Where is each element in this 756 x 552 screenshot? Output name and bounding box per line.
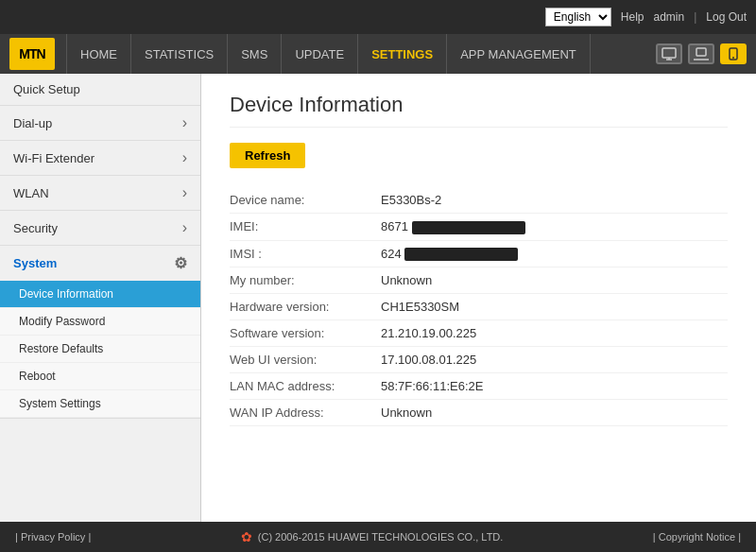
sidebar-item-quick-setup[interactable]: Quick Setup bbox=[0, 74, 200, 105]
redacted-value bbox=[404, 248, 518, 261]
logo: MTN bbox=[9, 38, 55, 70]
nav-home[interactable]: HOME bbox=[66, 34, 131, 74]
info-row: Device name:E5330Bs-2 bbox=[230, 187, 728, 214]
logo-text: MTN bbox=[19, 46, 44, 61]
info-value: 624 bbox=[381, 247, 728, 262]
sidebar-sub-modify-password[interactable]: Modify Password bbox=[0, 308, 200, 336]
nav-settings[interactable]: SETTINGS bbox=[358, 34, 447, 74]
sidebar-item-dialup[interactable]: Dial-up bbox=[0, 106, 200, 140]
sidebar-section-security: Security bbox=[0, 211, 200, 246]
navbar: MTN HOME STATISTICS SMS UPDATE SETTINGS … bbox=[0, 34, 756, 74]
admin-label: admin bbox=[653, 10, 684, 24]
info-value: Unknown bbox=[381, 405, 728, 420]
info-label: IMSI : bbox=[230, 247, 381, 262]
footer-center: ✿ (C) 2006-2015 HUAWEI TECHNOLOGIES CO.,… bbox=[241, 529, 504, 544]
info-value: CH1E5330SM bbox=[381, 300, 728, 314]
nav-items: HOME STATISTICS SMS UPDATE SETTINGS APP … bbox=[66, 34, 591, 74]
info-value: 8671 bbox=[381, 219, 728, 234]
nav-update[interactable]: UPDATE bbox=[282, 34, 358, 74]
info-row: Software version:21.210.19.00.225 bbox=[230, 320, 728, 347]
info-row: My number:Unknown bbox=[230, 267, 728, 294]
info-label: Web UI version: bbox=[230, 353, 381, 367]
info-label: IMEI: bbox=[230, 219, 381, 234]
sidebar-section-wifi-extender: Wi-Fi Extender bbox=[0, 141, 200, 176]
logout-link[interactable]: Log Out bbox=[706, 10, 747, 24]
system-expand-icon: ⚙ bbox=[174, 254, 187, 272]
header-right: English Help admin | Log Out bbox=[545, 8, 747, 26]
nav-sms[interactable]: SMS bbox=[228, 34, 282, 74]
info-value: 58:7F:66:11:E6:2E bbox=[381, 379, 728, 393]
footer: | Privacy Policy | ✿ (C) 2006-2015 HUAWE… bbox=[0, 522, 756, 552]
info-row: Web UI version:17.100.08.01.225 bbox=[230, 347, 728, 373]
device-icon-monitor[interactable] bbox=[656, 43, 682, 64]
sidebar: Quick Setup Dial-up Wi-Fi Extender WLAN … bbox=[0, 74, 201, 522]
info-value: 21.210.19.00.225 bbox=[381, 326, 728, 340]
device-icon-mobile[interactable] bbox=[720, 43, 747, 64]
sidebar-item-system[interactable]: System ⚙ bbox=[0, 246, 200, 281]
info-label: LAN MAC address: bbox=[230, 379, 381, 393]
info-row: IMEI:8671 bbox=[230, 214, 728, 241]
info-label: My number: bbox=[230, 273, 381, 287]
sidebar-item-wlan[interactable]: WLAN bbox=[0, 176, 200, 210]
info-value: Unknown bbox=[381, 273, 728, 287]
sidebar-sub-restore-defaults[interactable]: Restore Defaults bbox=[0, 336, 200, 363]
info-value: 17.100.08.01.225 bbox=[381, 353, 728, 367]
device-icons bbox=[656, 43, 747, 64]
nav-statistics[interactable]: STATISTICS bbox=[131, 34, 228, 74]
svg-rect-0 bbox=[662, 48, 676, 58]
page-title: Device Information bbox=[230, 93, 728, 128]
device-icon-laptop[interactable] bbox=[688, 43, 714, 64]
redacted-value bbox=[412, 221, 525, 234]
sidebar-sub-device-information[interactable]: Device Information bbox=[0, 281, 200, 308]
copyright-notice-link[interactable]: | Copyright Notice | bbox=[653, 531, 741, 543]
info-label: WAN IP Address: bbox=[230, 405, 381, 420]
sidebar-section-wlan: WLAN bbox=[0, 176, 200, 211]
system-label: System bbox=[13, 256, 57, 270]
copyright-text: (C) 2006-2015 HUAWEI TECHNOLOGIES CO., L… bbox=[258, 531, 504, 543]
sidebar-item-security[interactable]: Security bbox=[0, 211, 200, 245]
language-select[interactable]: English bbox=[545, 8, 611, 26]
info-value: E5330Bs-2 bbox=[381, 193, 728, 207]
info-label: Device name: bbox=[230, 193, 381, 207]
sidebar-sub-menu: Device Information Modify Password Resto… bbox=[0, 281, 200, 418]
info-row: LAN MAC address:58:7F:66:11:E6:2E bbox=[230, 373, 728, 400]
sidebar-sub-reboot[interactable]: Reboot bbox=[0, 363, 200, 390]
info-table: Device name:E5330Bs-2IMEI:8671 IMSI :624… bbox=[230, 187, 728, 426]
huawei-flower-icon: ✿ bbox=[241, 529, 252, 544]
help-link[interactable]: Help bbox=[621, 10, 644, 24]
sidebar-section-quick-setup: Quick Setup bbox=[0, 74, 200, 106]
sidebar-section-system: System ⚙ Device Information Modify Passw… bbox=[0, 246, 200, 419]
info-row: WAN IP Address:Unknown bbox=[230, 400, 728, 426]
info-row: IMSI :624 bbox=[230, 241, 728, 268]
sidebar-section-dialup: Dial-up bbox=[0, 106, 200, 141]
sidebar-sub-system-settings[interactable]: System Settings bbox=[0, 390, 200, 418]
refresh-button[interactable]: Refresh bbox=[230, 143, 305, 168]
header: English Help admin | Log Out bbox=[0, 0, 756, 34]
nav-app-management[interactable]: APP MANAGEMENT bbox=[447, 34, 591, 74]
sidebar-item-wifi-extender[interactable]: Wi-Fi Extender bbox=[0, 141, 200, 175]
privacy-policy-link[interactable]: | Privacy Policy | bbox=[15, 531, 91, 543]
info-row: Hardware version:CH1E5330SM bbox=[230, 294, 728, 320]
info-label: Hardware version: bbox=[230, 300, 381, 314]
main: Quick Setup Dial-up Wi-Fi Extender WLAN … bbox=[0, 74, 756, 522]
info-label: Software version: bbox=[230, 326, 381, 340]
content-area: Device Information Refresh Device name:E… bbox=[201, 74, 756, 522]
svg-rect-3 bbox=[696, 48, 706, 56]
